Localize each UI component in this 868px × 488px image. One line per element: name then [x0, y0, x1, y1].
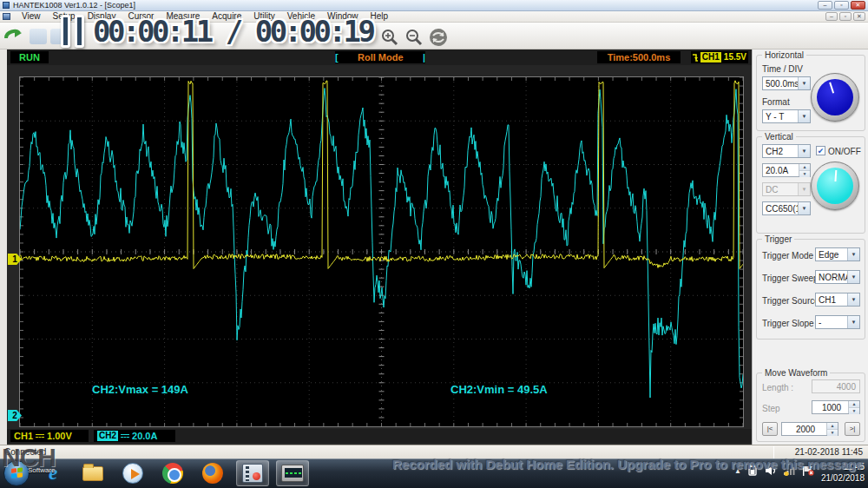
format-label: Format — [762, 97, 790, 107]
nch-watermark: NCH Software — [2, 443, 56, 472]
recorder-overlay: 00:00:11 / 00:00:19 — [61, 10, 372, 53]
trigger-group: Trigger Trigger Mode Edge ▼ Trigger Swee… — [756, 239, 865, 340]
falling-edge-icon — [693, 53, 698, 63]
firefox-icon — [202, 463, 223, 484]
trigger-source-label: Trigger Source — [762, 296, 819, 306]
probe-select[interactable]: CC650(1x ▼ — [762, 201, 811, 215]
ch2-label: CH2 — [97, 431, 118, 441]
horizontal-knob[interactable] — [811, 73, 859, 122]
vertical-knob[interactable] — [811, 162, 859, 210]
time-div-select[interactable]: 500.0ms ▼ — [762, 76, 811, 90]
media-player-icon — [122, 463, 143, 484]
spinner-arrows[interactable]: ▲▼ — [799, 164, 810, 176]
trigger-source-select[interactable]: CH1 ▼ — [815, 293, 860, 307]
chevron-down-icon: ▼ — [798, 202, 810, 214]
roll-bracket-right: | — [423, 51, 425, 63]
chevron-down-icon: ▼ — [847, 316, 859, 328]
go-last-button[interactable]: >| — [845, 422, 860, 436]
taskbar-chrome[interactable] — [156, 460, 189, 486]
child-restore-button[interactable]: ▫ — [839, 12, 852, 21]
vertical-group-title: Vertical — [762, 132, 796, 142]
trigger-mode-select[interactable]: Edge ▼ — [815, 247, 860, 261]
trigger-level-value: 15.5V — [724, 51, 746, 63]
toolbar-ghost-icon[interactable] — [30, 29, 47, 44]
trigger-slope-select[interactable]: - ▼ — [815, 315, 860, 329]
recording-timer: 00:00:11 / 00:00:19 — [93, 14, 372, 49]
chevron-down-icon: ▼ — [798, 183, 810, 195]
taskbar-scope-app[interactable] — [276, 460, 309, 486]
coupling-select: DC ▼ — [762, 182, 811, 196]
dc-coupling-icon — [36, 433, 44, 439]
control-panel: Horizontal Time / DIV 500.0ms ▼ Format Y… — [752, 49, 868, 445]
move-waveform-group: Move Waveform Length : 4000 Step 1000 ▲▼… — [756, 373, 865, 442]
graticule-grid — [20, 77, 743, 426]
horizontal-group-title: Horizontal — [762, 50, 806, 60]
trigger-mode-label: Trigger Mode — [762, 251, 813, 260]
position-spinner[interactable]: 2000 ▲▼ — [781, 422, 838, 436]
zoom-in-icon[interactable] — [380, 28, 399, 47]
oscilloscope-icon — [281, 465, 304, 482]
trigger-sweep-select[interactable]: NORMAL ▼ — [815, 270, 860, 284]
scope-window: RUN [ Roll Mode | Time:500.0ms CH1 15.5V — [7, 49, 752, 445]
time-div-label: Time / DIV — [762, 64, 803, 74]
chevron-down-icon: ▼ — [847, 271, 859, 283]
onoff-checkbox[interactable]: ✔ — [816, 146, 825, 155]
app-icon — [3, 2, 10, 9]
dc-coupling-icon — [121, 433, 129, 439]
menu-view[interactable]: View — [16, 11, 47, 22]
taskbar-debut-recorder[interactable] — [236, 460, 269, 486]
chevron-down-icon: ▼ — [847, 293, 859, 306]
move-group-title: Move Waveform — [762, 368, 830, 378]
trigger-slope-label: Trigger Slope — [762, 319, 814, 328]
channel-select[interactable]: CH2 ▼ — [762, 144, 811, 158]
trigger-sweep-label: Trigger Sweep — [762, 274, 819, 283]
ch2-scale: 20.0A — [132, 431, 157, 441]
refresh-icon[interactable] — [429, 28, 448, 47]
scope-bottom-bar: CH1 1.00V CH2 20.0A — [7, 429, 752, 443]
roll-mode-label: Roll Mode — [339, 51, 423, 63]
horizontal-group: Horizontal Time / DIV 500.0ms ▼ Format Y… — [756, 55, 865, 131]
trigger-group-title: Trigger — [762, 234, 794, 244]
taskbar-media-player[interactable] — [116, 460, 149, 486]
clock-date: 21/02/2018 — [821, 473, 865, 483]
waveform-display[interactable]: CH2:Vmax = 149A CH2:Vmin = 49.5A — [19, 76, 744, 427]
close-button[interactable]: ✕ — [851, 1, 865, 10]
child-window-icon — [3, 13, 10, 20]
waveform-svg — [20, 77, 743, 426]
roll-mode-indicator: [ Roll Mode | — [335, 51, 425, 63]
spinner-arrows[interactable]: ▲▼ — [826, 423, 838, 435]
chrome-icon — [162, 463, 183, 484]
ch1-label: CH1 — [14, 431, 33, 441]
connect-icon[interactable] — [3, 26, 23, 47]
trigger-readout: CH1 15.5V — [691, 51, 748, 63]
onoff-label: ON/OFF — [828, 147, 861, 156]
taskbar-firefox[interactable] — [196, 460, 229, 486]
ch2-readout: CH2 20.0A — [94, 430, 175, 442]
child-close-button[interactable]: ✕ — [853, 12, 865, 21]
ch1-scale: 1.00V — [47, 431, 72, 441]
format-select[interactable]: Y - T ▼ — [762, 109, 811, 123]
minimize-button[interactable]: – — [818, 1, 832, 10]
vertical-scale-spinner[interactable]: 20.0A ▲▼ — [762, 163, 811, 177]
spinner-arrows[interactable]: ▲▼ — [848, 401, 859, 413]
step-label: Step — [762, 404, 780, 413]
ch1-readout: CH1 1.00V — [10, 430, 89, 442]
child-minimize-button[interactable]: – — [825, 12, 838, 21]
debut-watermark: Recorded with Debut Home Edition. Upgrad… — [392, 457, 864, 472]
folder-icon — [82, 466, 103, 481]
ch1-trace — [20, 81, 743, 269]
pause-icon — [61, 15, 84, 48]
taskbar-file-explorer[interactable] — [76, 460, 109, 486]
maximize-button[interactable]: ▫ — [834, 1, 849, 10]
vertical-group: Vertical CH2 ▼ ✔ ON/OFF 20.0A ▲▼ DC ▼ CC… — [756, 136, 865, 234]
trigger-channel-badge: CH1 — [700, 52, 721, 63]
go-first-button[interactable]: |< — [762, 422, 778, 436]
nch-logo-subtext: Software — [28, 466, 56, 474]
work-area: RUN [ Roll Mode | Time:500.0ms CH1 15.5V — [0, 49, 868, 445]
step-spinner[interactable]: 1000 ▲▼ — [812, 400, 860, 414]
debut-recorder-icon — [242, 464, 263, 483]
zoom-out-icon[interactable] — [404, 28, 424, 47]
length-label: Length : — [762, 383, 793, 392]
timebase-readout: Time:500.0ms — [597, 51, 681, 63]
screen: HANTEK1008 Ver1.0.12 - [Scope1] – ▫ ✕ Vi… — [0, 0, 868, 488]
